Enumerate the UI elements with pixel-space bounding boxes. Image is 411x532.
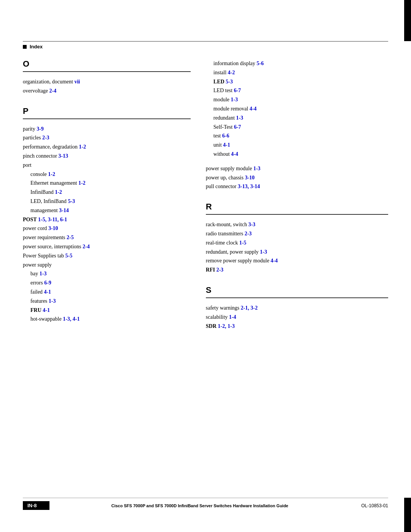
list-item: power source, interruptions 2-4 [23, 242, 191, 251]
content-area: O organization, document vii overvoltage… [23, 59, 388, 494]
ref-link[interactable]: 5-5 [65, 253, 73, 259]
section-p-letter: P [23, 106, 191, 116]
ref-link[interactable]: 1-5 [239, 240, 247, 246]
ref-link[interactable]: 2-1, 3-2 [241, 305, 258, 311]
ref-link[interactable]: 2-4 [49, 88, 57, 94]
ref-link[interactable]: 6-7 [234, 124, 241, 130]
header-bar: Index [23, 41, 388, 50]
post-power-supply-entries: power supply module 1-3 power up, chassi… [206, 164, 388, 191]
ref-link[interactable]: 2-3 [245, 231, 252, 236]
ref-link[interactable]: 1-2, 1-3 [218, 323, 234, 329]
page: Index O organization, document vii overv… [0, 0, 411, 532]
ref-link[interactable]: 2-4 [83, 244, 90, 249]
ref-link[interactable]: 3-10 [245, 175, 255, 181]
page-number-badge: IN-8 [23, 501, 49, 510]
ref-link[interactable]: 4-1 [44, 289, 51, 295]
list-item: radio transmitters 2-3 [206, 229, 388, 238]
section-o-letter: O [23, 59, 191, 69]
top-right-bar [404, 0, 411, 41]
list-item: overvoltage 2-4 [23, 86, 191, 96]
list-item: LED 5-3 [213, 77, 388, 86]
list-item: test 6-6 [213, 131, 388, 141]
list-item: module removal 4-4 [213, 104, 388, 113]
section-p: P parity 3-9 particles 2-3 performance, … [23, 106, 191, 324]
list-item: rack-mount, switch 3-3 [206, 220, 388, 229]
list-item: RFI 2-3 [206, 265, 388, 275]
list-item: features 1-3 [30, 297, 191, 306]
ref-link[interactable]: 3-14 [59, 208, 69, 213]
ref-link[interactable]: 1-3 [231, 97, 238, 102]
list-item: power supply [23, 260, 191, 270]
ref-link[interactable]: 3-9 [37, 126, 44, 132]
ref-link[interactable]: 5-3 [68, 198, 75, 204]
list-item: unit 4-1 [213, 141, 388, 150]
ref-link[interactable]: 1-2 [55, 189, 62, 195]
list-item: LED, InfiniBand 5-3 [30, 197, 191, 206]
ref-link[interactable]: 1-3 [253, 166, 261, 171]
ref-link[interactable]: 4-4 [271, 258, 278, 264]
list-item: SDR 1-2, 1-3 [206, 322, 388, 331]
list-item: power requirements 2-5 [23, 233, 191, 242]
list-item: install 4-2 [213, 68, 388, 77]
list-item: information display 5-6 [213, 59, 388, 68]
list-item: power cord 3-10 [23, 224, 191, 233]
list-item: management 3-14 [30, 206, 191, 215]
ref-link[interactable]: 4-1 [223, 142, 230, 148]
section-r-rule [206, 214, 388, 215]
ref-link[interactable]: 1-4 [229, 314, 236, 320]
ref-link[interactable]: 1-3 [40, 271, 47, 276]
section-r-letter: R [206, 202, 388, 212]
list-item: power supply module 1-3 [206, 164, 388, 173]
ref-link[interactable]: 1-3 [236, 115, 243, 121]
list-item: port [23, 161, 191, 170]
ref-link[interactable]: 1-2 [79, 144, 86, 150]
list-item: redundant 1-3 [213, 113, 388, 123]
header-label: Index [30, 44, 43, 50]
ref-link[interactable]: vii [74, 79, 80, 85]
ref-link[interactable]: 1-2 [78, 180, 86, 186]
list-item: without 4-4 [213, 150, 388, 159]
ref-link[interactable]: 1-3, 4-1 [63, 316, 80, 322]
ref-link[interactable]: 3-3 [248, 222, 255, 227]
ref-link[interactable]: 3-13, 3-14 [238, 184, 260, 189]
ref-link[interactable]: 2-3 [42, 135, 49, 141]
list-item: power up, chassis 3-10 [206, 173, 388, 182]
ref-link[interactable]: 5-6 [256, 61, 264, 66]
list-item: errors 6-9 [30, 278, 191, 288]
ref-link[interactable]: 6-9 [44, 280, 51, 286]
list-item: remove power supply module 4-4 [206, 256, 388, 265]
ref-link[interactable]: 1-2 [48, 171, 55, 177]
ref-link[interactable]: 6-7 [234, 88, 241, 93]
ref-link[interactable]: 2-3 [216, 267, 223, 273]
ref-link[interactable]: 4-4 [231, 151, 238, 157]
ref-link[interactable]: 1-3 [49, 298, 56, 304]
ref-link[interactable]: 3-13 [58, 153, 68, 159]
list-item: redundant, power supply 1-3 [206, 248, 388, 257]
power-supply-continued: information display 5-6 install 4-2 LED … [206, 59, 388, 159]
section-s: S safety warnings 2-1, 3-2 scalability 1… [206, 285, 388, 331]
list-item: performance, degradation 1-2 [23, 142, 191, 152]
list-item: organization, document vii [23, 77, 191, 86]
list-item: InfiniBand 1-2 [30, 188, 191, 197]
ref-link[interactable]: 1-3 [260, 249, 267, 255]
list-item: console 1-2 [30, 170, 191, 179]
ref-link[interactable]: 3-10 [48, 225, 58, 231]
list-item: real-time clock 1-5 [206, 238, 388, 248]
ref-link[interactable]: 5-3 [226, 79, 233, 85]
list-item: safety warnings 2-1, 3-2 [206, 304, 388, 313]
list-item: POST 1-5, 3-11, 6-1 [23, 215, 191, 224]
section-s-rule [206, 297, 388, 298]
right-column: information display 5-6 install 4-2 LED … [198, 59, 388, 494]
ref-link[interactable]: 4-1 [43, 307, 50, 313]
ref-link[interactable]: 4-4 [250, 106, 257, 112]
section-o: O organization, document vii overvoltage… [23, 59, 191, 96]
ref-link[interactable]: 1-5, 3-11, 6-1 [38, 217, 67, 222]
list-item: pull connector 3-13, 3-14 [206, 182, 388, 191]
bottom-right-bar [404, 498, 411, 532]
list-item: module 1-3 [213, 95, 388, 104]
ref-link[interactable]: 2-5 [67, 235, 74, 240]
ref-link[interactable]: 4-2 [228, 70, 235, 75]
list-item: Self-Test 6-7 [213, 123, 388, 132]
list-item: scalability 1-4 [206, 313, 388, 322]
ref-link[interactable]: 6-6 [222, 133, 229, 139]
